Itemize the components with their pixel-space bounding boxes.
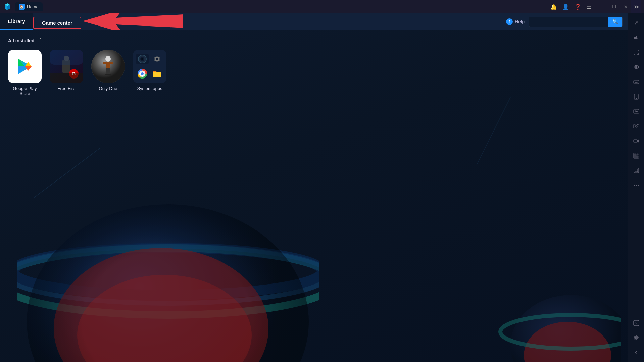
svg-point-76 xyxy=(638,185,639,186)
google-play-label: Google Play Store xyxy=(8,86,42,96)
svg-marker-5 xyxy=(83,13,183,33)
svg-rect-41 xyxy=(108,68,110,74)
svg-point-74 xyxy=(634,185,635,186)
svg-rect-72 xyxy=(634,168,639,173)
free-fire-icon: G xyxy=(50,50,83,83)
svg-rect-69 xyxy=(637,154,638,155)
sidebar-gallery-button[interactable] xyxy=(630,149,643,162)
minimize-button[interactable]: ─ xyxy=(599,3,607,10)
main-panel: Library Game center ? Help 🔍 xyxy=(0,13,628,362)
bluestacks-logo xyxy=(3,2,12,11)
titlebar-controls: 🔔 👤 ❓ ☰ ─ ❐ ✕ xyxy=(550,3,630,10)
svg-point-64 xyxy=(635,125,637,127)
sys-icon-cell-4 xyxy=(150,69,164,79)
sys-icon-cell-3 xyxy=(136,69,149,79)
tab-game-center[interactable]: Game center xyxy=(33,17,81,29)
home-tab-label: Home xyxy=(27,4,39,9)
tabs-bar: Library Game center ? Help 🔍 xyxy=(0,13,628,30)
system-apps-label: System apps xyxy=(137,86,162,91)
sidebar-back-button[interactable] xyxy=(630,346,643,359)
sidebar-media-button[interactable] xyxy=(630,105,643,118)
svg-rect-73 xyxy=(635,169,638,172)
sys-icon-cell-2 xyxy=(150,54,164,64)
sidebar-phone-button[interactable] xyxy=(630,90,643,103)
tab-game-center-label: Game center xyxy=(42,20,72,26)
sidebar-volume-button[interactable] xyxy=(630,31,643,44)
tab-library-label: Library xyxy=(8,18,25,24)
svg-point-12 xyxy=(27,204,309,362)
sidebar-keyboard-button[interactable] xyxy=(630,75,643,89)
free-fire-label: Free Fire xyxy=(58,86,76,91)
sidebar-record-button[interactable] xyxy=(630,134,643,148)
app-item-system-apps[interactable]: System apps xyxy=(133,50,166,96)
svg-text:?: ? xyxy=(635,321,637,325)
library-content: All installed ⋮ xyxy=(0,30,628,103)
section-title: All installed xyxy=(8,38,35,43)
sidebar-more-button[interactable] xyxy=(630,178,643,192)
section-header: All installed ⋮ xyxy=(8,37,620,44)
system-apps-icon xyxy=(133,50,166,83)
search-button[interactable]: 🔍 xyxy=(608,17,622,27)
svg-point-50 xyxy=(141,72,144,75)
apps-grid: Google Play Store xyxy=(8,50,620,96)
svg-point-75 xyxy=(636,185,637,186)
titlebar-home-tab[interactable]: 🏠 Home xyxy=(15,2,43,11)
svg-rect-71 xyxy=(636,156,638,158)
svg-rect-68 xyxy=(634,154,636,156)
svg-point-36 xyxy=(105,56,111,62)
svg-marker-66 xyxy=(637,140,639,142)
help-button[interactable]: ? Help xyxy=(506,18,525,25)
sidebar-settings-button[interactable] xyxy=(630,331,643,345)
svg-rect-65 xyxy=(634,140,637,142)
sidebar-question-button[interactable]: ? xyxy=(630,316,643,330)
expand-arrow-icon: ≫ xyxy=(634,4,639,10)
right-sidebar: ⤢ xyxy=(628,13,644,362)
app-item-google-play[interactable]: Google Play Store xyxy=(8,50,42,96)
help-circle-icon: ? xyxy=(506,18,513,25)
help-icon[interactable]: ❓ xyxy=(575,4,581,10)
svg-rect-32 xyxy=(50,50,83,65)
sidebar-screenshot-button[interactable] xyxy=(630,119,643,133)
svg-rect-51 xyxy=(153,72,161,77)
svg-marker-63 xyxy=(636,111,638,112)
svg-point-47 xyxy=(156,58,158,60)
sidebar-layers-button[interactable] xyxy=(630,164,643,177)
bell-icon[interactable]: 🔔 xyxy=(550,4,557,10)
google-play-icon xyxy=(8,50,42,83)
close-button[interactable]: ✕ xyxy=(622,3,630,10)
svg-rect-39 xyxy=(110,62,113,64)
search-input[interactable] xyxy=(529,17,608,26)
sidebar-fullscreen-button[interactable] xyxy=(630,46,643,59)
app-item-only-one[interactable]: Only One xyxy=(91,50,125,96)
search-bar: 🔍 xyxy=(529,17,623,27)
app-item-free-fire[interactable]: G Free Fire xyxy=(50,50,83,96)
sidebar-visibility-button[interactable] xyxy=(630,60,643,74)
svg-point-53 xyxy=(635,66,637,68)
svg-rect-43 xyxy=(108,74,111,75)
svg-rect-40 xyxy=(106,68,108,74)
svg-line-18 xyxy=(34,148,101,198)
tab-library[interactable]: Library xyxy=(0,13,33,30)
window-controls: ─ ❐ ✕ xyxy=(599,3,630,10)
menu-icon[interactable]: ☰ xyxy=(587,4,591,10)
user-icon[interactable]: 👤 xyxy=(562,4,569,10)
only-one-label: Only One xyxy=(99,86,117,91)
planet-graphic-2 xyxy=(487,228,621,362)
decorative-lines-2 xyxy=(460,97,527,164)
svg-point-46 xyxy=(141,58,143,60)
section-options-icon[interactable]: ⋮ xyxy=(37,37,43,44)
svg-rect-70 xyxy=(634,156,636,158)
decorative-lines xyxy=(34,148,134,215)
svg-line-19 xyxy=(477,97,510,164)
svg-rect-33 xyxy=(50,73,83,83)
only-one-icon xyxy=(91,50,125,83)
help-label: Help xyxy=(515,19,525,24)
sys-icon-cell-1 xyxy=(136,54,149,64)
maximize-button[interactable]: ❐ xyxy=(610,3,618,10)
svg-rect-42 xyxy=(105,74,108,75)
home-icon: 🏠 xyxy=(19,4,25,10)
expand-sidebar-button[interactable]: ≫ xyxy=(631,0,641,13)
content-area: Library Game center ? Help 🔍 xyxy=(0,13,644,362)
sidebar-expand-button[interactable]: ⤢ xyxy=(630,16,643,30)
titlebar: 🏠 Home 🔔 👤 ❓ ☰ ─ ❐ ✕ ≫ xyxy=(0,0,644,13)
